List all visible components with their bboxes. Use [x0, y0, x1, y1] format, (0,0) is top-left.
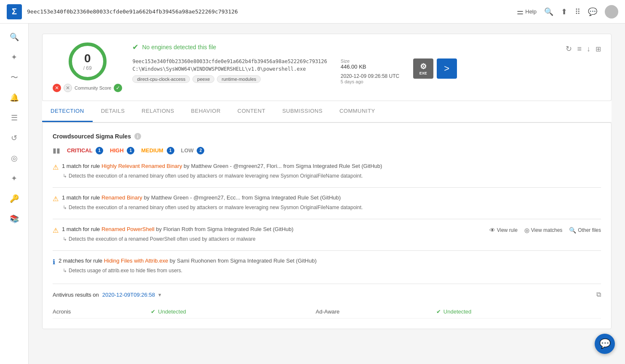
rule-4-link[interactable]: Hiding Files with Attrib.exe — [104, 258, 168, 264]
sidebar-item-toggle[interactable]: ◎ — [6, 150, 23, 167]
file-hash-display: 9eec153e340f0b23360e80033cfde0e91a662b4f… — [132, 58, 327, 64]
rule-4-header-row: ℹ 2 matches for rule Hiding Files with A… — [53, 258, 601, 266]
sidebar-item-list[interactable]: ☰ — [6, 109, 23, 126]
other-files-icon: 🔍 — [569, 227, 576, 234]
chat-bubble-button[interactable]: 💬 — [595, 334, 615, 354]
check-circle-icon: ✔ — [132, 43, 139, 52]
rule-1-desc: ↳ Detects the execution of a renamed bin… — [63, 173, 601, 179]
avatar[interactable] — [605, 5, 618, 19]
rule-3-actions: 👁 View rule ◎ View matches 🔍 Other files — [489, 226, 601, 234]
file-path-display: C:\Windows\SysWOW64\WINDOWSPOWERSHELL\v1… — [132, 66, 327, 72]
topbar: Σ 9eec153e340f0b23360e80033cfde0e91a662b… — [0, 0, 625, 24]
search-icon[interactable]: 🔍 — [544, 7, 553, 16]
av-title: Antivirus results on 2020-12-09T09:26:58… — [53, 291, 601, 298]
sidebar-item-books[interactable]: 📚 — [6, 210, 23, 227]
rule-3-header-row: ⚠ 1 match for rule Renamed PowerShell by… — [53, 226, 601, 234]
rule-item-1: ⚠ 1 match for rule Highly Relevant Renam… — [53, 163, 601, 179]
share-icon[interactable]: ⊞ — [596, 45, 601, 53]
rule-4-header: ℹ 2 matches for rule Hiding Files with A… — [53, 258, 601, 266]
date-ago: 5 days ago — [341, 79, 400, 84]
sidebar: 🔍 ✦ 〜 🔔 ☰ ↺ ◎ ✦ 🔑 📚 — [0, 24, 29, 364]
severity-high[interactable]: HIGH 1 — [110, 147, 134, 154]
file-type-icons: ⚙ EXE > — [413, 58, 457, 79]
size-block: Size 446.00 KB — [341, 58, 400, 70]
upload-icon[interactable]: ⬆ — [561, 7, 567, 16]
av-table-row: Acronis ✔ Undetected Ad-Aware ✔ Undetect — [53, 305, 601, 319]
view-matches-button[interactable]: ◎ View matches — [524, 227, 562, 234]
sidebar-item-alerts[interactable]: 🔔 — [6, 89, 23, 106]
community-score-label: Community Score — [75, 85, 111, 90]
av-status-1: ✔ Undetected — [151, 305, 315, 319]
tag-runtime[interactable]: runtime-modules — [217, 75, 261, 83]
rule-item-3: ⚠ 1 match for rule Renamed PowerShell by… — [53, 226, 601, 242]
rule-3-header: ⚠ 1 match for rule Renamed PowerShell by… — [53, 226, 489, 234]
divider-2 — [53, 219, 601, 219]
rule-2-header: ⚠ 1 match for rule Renamed Binary by Mat… — [53, 194, 601, 203]
help-button[interactable]: ⚌ Help — [517, 7, 537, 16]
tag-peexe[interactable]: peexe — [192, 75, 214, 83]
detection-gauge: 0 / 69 ✕ ✕ Community Score ✓ — [53, 43, 122, 92]
severity-critical[interactable]: CRITICAL 1 — [67, 147, 103, 154]
view-rule-button[interactable]: 👁 View rule — [489, 227, 518, 234]
rule-item-4: ℹ 2 matches for rule Hiding Files with A… — [53, 258, 601, 274]
av-divider — [53, 284, 601, 284]
av-engine-1: Acronis — [53, 305, 151, 319]
file-size-date: Size 446.00 KB 2020-12-09 09:26:58 UTC 5… — [341, 58, 400, 84]
file-hash-path: 9eec153e340f0b23360e80033cfde0e91a662b4f… — [132, 58, 327, 83]
tab-detection[interactable]: DETECTION — [42, 101, 93, 122]
severity-low[interactable]: LOW 2 — [181, 147, 205, 154]
file-details-row: 9eec153e340f0b23360e80033cfde0e91a662b4f… — [132, 58, 457, 84]
filter-list-icon: ⚌ — [517, 7, 524, 16]
sidebar-item-history[interactable]: ↺ — [6, 130, 23, 146]
sidebar-item-search[interactable]: 🔍 — [6, 29, 23, 45]
tab-community[interactable]: COMMUNITY — [331, 101, 384, 122]
av-copy-icon[interactable]: ⧉ — [596, 291, 601, 298]
download-icon[interactable]: ↓ — [587, 45, 590, 53]
rule-4-desc: ↳ Detects usage of attrib.exe to hide fi… — [63, 268, 601, 274]
sidebar-item-graph[interactable]: 〜 — [6, 69, 23, 86]
refresh-icon[interactable]: ↻ — [566, 44, 572, 53]
warning-icon-3: ⚠ — [53, 226, 59, 234]
rule-3-link[interactable]: Renamed PowerShell — [101, 226, 155, 232]
sidebar-item-key[interactable]: 🔑 — [6, 190, 23, 207]
sidebar-item-intel[interactable]: ✦ — [6, 49, 23, 66]
detection-content: Crowdsourced Sigma Rules i ▮▮ CRITICAL 1… — [42, 122, 612, 329]
rule-3-text: 1 match for rule Renamed PowerShell by F… — [62, 226, 294, 232]
chat-bubble-icon: 💬 — [599, 338, 611, 349]
date-block: 2020-12-09 09:26:58 UTC 5 days ago — [341, 73, 400, 84]
tab-behavior[interactable]: BEHAVIOR — [183, 101, 229, 122]
powershell-icon: > — [437, 58, 457, 79]
sigma-info-icon[interactable]: i — [134, 133, 141, 140]
sidebar-item-drone[interactable]: ✦ — [6, 170, 23, 187]
tab-relations[interactable]: RELATIONS — [133, 101, 182, 122]
tab-submissions[interactable]: SUBMISSIONS — [274, 101, 331, 122]
warning-icon-1: ⚠ — [53, 163, 59, 171]
severity-row: ▮▮ CRITICAL 1 HIGH 1 MEDIUM 1 LOW 2 — [53, 146, 601, 154]
tab-details[interactable]: DETAILS — [93, 101, 134, 122]
tag-direct-cpu[interactable]: direct-cpu-clock-access — [132, 75, 190, 83]
gauge-circle: 0 / 69 — [69, 43, 107, 80]
rule-3-desc: ↳ Detects the execution of a renamed Pow… — [63, 236, 601, 242]
severity-medium[interactable]: MEDIUM 1 — [141, 147, 174, 154]
chat-icon[interactable]: 💬 — [588, 7, 597, 16]
logo-icon[interactable]: Σ — [7, 4, 22, 19]
file-tags: direct-cpu-clock-access peexe runtime-mo… — [132, 75, 327, 83]
main-content: 0 / 69 ✕ ✕ Community Score ✓ ✔ — [29, 24, 625, 364]
filter-action-icon[interactable]: ≡ — [577, 45, 582, 53]
file-metadata: ✔ No engines detected this file 9eec153e… — [132, 43, 457, 84]
rule-2-link[interactable]: Renamed Binary — [101, 194, 142, 201]
no-engines-banner: ✔ No engines detected this file — [132, 43, 457, 52]
tab-content[interactable]: CONTENT — [229, 101, 274, 122]
av-date-link[interactable]: 2020-12-09T09:26:58 — [102, 292, 155, 298]
av-dropdown-icon[interactable]: ▾ — [158, 292, 161, 298]
badge-x-grey: ✕ — [64, 84, 72, 92]
apps-icon[interactable]: ⠿ — [575, 7, 580, 16]
other-files-button[interactable]: 🔍 Other files — [569, 227, 601, 234]
rule-1-link[interactable]: Highly Relevant Renamed Binary — [101, 163, 182, 169]
gauge-score: 0 — [84, 52, 91, 65]
view-rule-icon: 👁 — [489, 227, 495, 234]
warning-icon-2: ⚠ — [53, 195, 59, 203]
rule-1-header-row: ⚠ 1 match for rule Highly Relevant Renam… — [53, 163, 601, 171]
badge-check: ✓ — [114, 84, 122, 92]
info-icon-4: ℹ — [53, 258, 55, 266]
